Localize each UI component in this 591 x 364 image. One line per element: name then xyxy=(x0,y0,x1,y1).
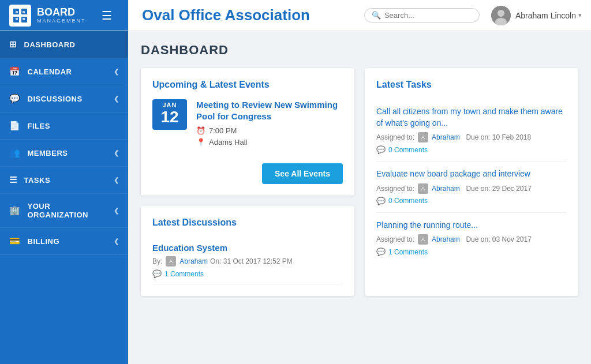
sidebar-icon-tasks: ☰ xyxy=(9,175,17,185)
search-input[interactable] xyxy=(384,11,472,20)
task-assignee: Abraham xyxy=(432,185,460,193)
logo-text-block: BOARD MANAGEMENT xyxy=(37,7,86,24)
event-date-box: JAN 12 xyxy=(152,99,187,130)
sidebar-item-calendar[interactable]: 📅 CALENDAR ❮ xyxy=(0,58,128,85)
svg-point-9 xyxy=(498,10,504,17)
svg-rect-5 xyxy=(23,11,25,13)
avatar xyxy=(491,6,511,25)
sidebar-label-members: MEMBERS xyxy=(28,149,68,157)
logo-sub: MANAGEMENT xyxy=(37,18,86,24)
sidebar-item-files[interactable]: 📄 FILES xyxy=(0,112,128,140)
page-title: DASHBOARD xyxy=(141,43,578,58)
comment-icon: 💬 xyxy=(376,197,386,205)
sidebar-label-calendar: CALENDAR xyxy=(28,67,72,76)
event-location: 📍 Adams Hall xyxy=(196,138,343,147)
search-icon: 🔍 xyxy=(372,11,381,20)
task-meta: Assigned to: A Abraham Due on: 10 Feb 20… xyxy=(376,132,567,142)
main-layout: ⊞ DASHBOARD 📅 CALENDAR ❮ 💬 DISCUSSIONS ❮… xyxy=(0,31,591,364)
dashboard-grid: Upcoming & Latest Events JAN 12 Meeting … xyxy=(141,68,578,296)
chevron-right-icon: ❮ xyxy=(114,68,119,76)
event-details: Meeting to Review New Swimming Pool for … xyxy=(196,99,343,149)
sidebar-item-members[interactable]: 👥 MEMBERS ❮ xyxy=(0,140,128,167)
sidebar-label-dashboard: DASHBOARD xyxy=(24,40,76,49)
sidebar-icon-members: 👥 xyxy=(9,148,21,158)
task-assignee: Abraham xyxy=(432,133,460,141)
chevron-right-icon: ❮ xyxy=(114,177,119,184)
hamburger-button[interactable]: ☰ xyxy=(95,9,119,22)
task-assignee: Abraham xyxy=(432,235,460,243)
svg-rect-4 xyxy=(16,11,18,13)
event-item: JAN 12 Meeting to Review New Swimming Po… xyxy=(152,99,343,149)
user-name-label: Abraham Lincoln xyxy=(515,11,576,20)
see-all-events-button[interactable]: See All Events xyxy=(262,163,343,184)
chevron-right-icon: ❮ xyxy=(114,149,119,157)
task-meta: Assigned to: A Abraham Due on: 29 Dec 20… xyxy=(376,183,567,194)
task-title[interactable]: Call all citizens from my town and make … xyxy=(376,106,567,129)
sidebar-label-discussions: DISCUSSIONS xyxy=(28,95,83,103)
task-item: Evaluate new board package and interview… xyxy=(376,162,567,213)
sidebar-item-your-org[interactable]: 🏢 YOUR ORGANIZATION ❮ xyxy=(0,194,128,228)
discussion-author-link[interactable]: Abraham xyxy=(179,257,208,265)
events-card: Upcoming & Latest Events JAN 12 Meeting … xyxy=(141,68,354,196)
discussions-card: Latest Discussions Education System By: … xyxy=(141,206,354,296)
comment-icon: 💬 xyxy=(376,145,386,154)
task-meta: Assigned to: A Abraham Due on: 03 Nov 20… xyxy=(376,234,567,245)
svg-rect-7 xyxy=(23,18,25,20)
logo-name: BOARD xyxy=(37,6,75,18)
see-all-wrapper: See All Events xyxy=(152,157,343,184)
task-comment-count: 💬 1 Comments xyxy=(376,247,567,256)
tasks-list: Call all citizens from my town and make … xyxy=(376,99,567,263)
discussion-title[interactable]: Education System xyxy=(152,243,343,253)
search-box[interactable]: 🔍 xyxy=(364,8,480,22)
sidebar-item-billing[interactable]: 💳 BILLING ❮ xyxy=(0,228,128,255)
task-title[interactable]: Planning the running route... xyxy=(376,220,567,231)
sidebar-icon-dashboard: ⊞ xyxy=(9,39,17,50)
task-comment-count: 💬 0 Comments xyxy=(376,145,567,154)
discussion-author-avatar: A xyxy=(166,256,176,267)
task-comment-count: 💬 0 Comments xyxy=(376,197,567,205)
task-assignee-avatar: A xyxy=(418,183,428,194)
task-title[interactable]: Evaluate new board package and interview xyxy=(376,168,567,180)
sidebar-label-billing: BILLING xyxy=(28,237,60,246)
tasks-card: Latest Tasks Call all citizens from my t… xyxy=(365,68,578,296)
chevron-right-icon: ❮ xyxy=(114,238,119,245)
discussion-comments: 💬 1 Comments xyxy=(152,269,343,278)
event-time: ⏰ 7:00 PM xyxy=(196,126,343,135)
task-assignee-avatar: A xyxy=(418,132,428,142)
sidebar-icon-files: 📄 xyxy=(9,121,21,131)
sidebar-icon-discussions: 💬 xyxy=(9,93,21,104)
sidebar-label-files: FILES xyxy=(28,122,50,130)
task-item: Planning the running route... Assigned t… xyxy=(376,213,567,264)
sidebar-label-your-org: YOUR ORGANIZATION xyxy=(28,202,114,219)
top-nav: BOARD MANAGEMENT ☰ Oval Office Associati… xyxy=(0,0,591,31)
sidebar-item-discussions[interactable]: 💬 DISCUSSIONS ❮ xyxy=(0,85,128,112)
comment-icon: 💬 xyxy=(152,269,162,278)
location-icon: 📍 xyxy=(196,138,205,147)
event-title: Meeting to Review New Swimming Pool for … xyxy=(196,99,343,122)
discussions-card-title: Latest Discussions xyxy=(152,217,343,228)
task-assignee-avatar: A xyxy=(418,234,428,245)
task-item: Call all citizens from my town and make … xyxy=(376,99,567,162)
clock-icon: ⏰ xyxy=(196,126,205,135)
logo-area: BOARD MANAGEMENT ☰ xyxy=(0,0,128,31)
logo-icon xyxy=(9,5,31,27)
tasks-card-title: Latest Tasks xyxy=(376,80,567,90)
user-menu[interactable]: Abraham Lincoln ▾ xyxy=(491,6,591,25)
svg-rect-6 xyxy=(16,18,18,20)
chevron-right-icon: ❮ xyxy=(114,95,119,103)
chevron-down-icon: ▾ xyxy=(578,12,582,19)
sidebar-icon-your-org: 🏢 xyxy=(9,205,21,216)
discussion-item: Education System By: A Abraham On: 31 Oc… xyxy=(152,237,343,284)
discussion-meta: By: A Abraham On: 31 Oct 2017 12:52 PM xyxy=(152,256,343,267)
sidebar-item-tasks[interactable]: ☰ TASKS ❮ xyxy=(0,167,128,194)
comment-icon: 💬 xyxy=(376,247,386,256)
sidebar-icon-billing: 💳 xyxy=(9,236,21,246)
sidebar-label-tasks: TASKS xyxy=(24,176,51,185)
main-content: DASHBOARD Upcoming & Latest Events JAN 1… xyxy=(128,31,591,364)
sidebar-icon-calendar: 📅 xyxy=(9,66,21,77)
sidebar-item-dashboard[interactable]: ⊞ DASHBOARD xyxy=(0,31,128,58)
org-title: Oval Office Association xyxy=(128,6,364,24)
chevron-right-icon: ❮ xyxy=(114,207,119,215)
sidebar: ⊞ DASHBOARD 📅 CALENDAR ❮ 💬 DISCUSSIONS ❮… xyxy=(0,31,128,364)
left-column: Upcoming & Latest Events JAN 12 Meeting … xyxy=(141,68,354,296)
